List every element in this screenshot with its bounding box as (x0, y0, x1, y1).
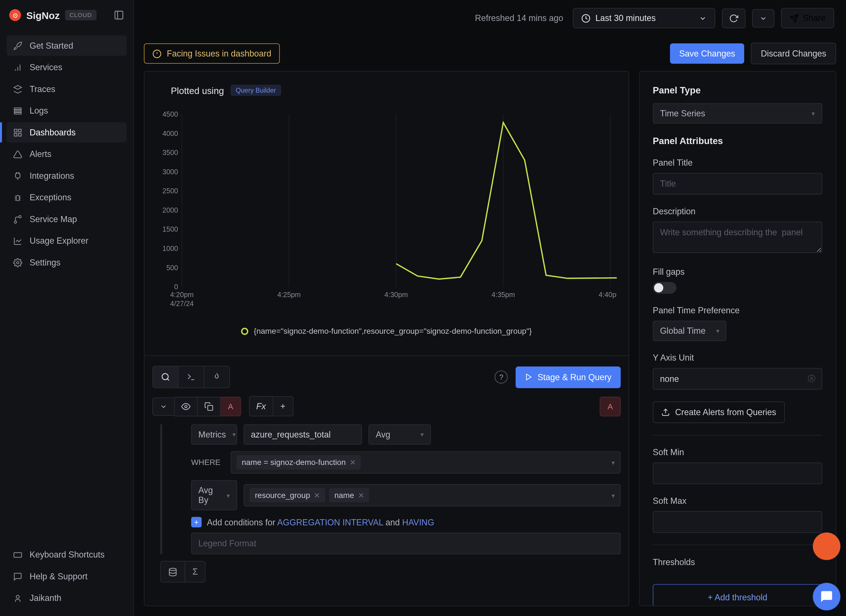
y-axis-unit-input[interactable] (653, 368, 822, 389)
terminal-icon (187, 373, 196, 382)
facing-issues-button[interactable]: Facing Issues in dashboard (144, 43, 280, 64)
create-alerts-button[interactable]: Create Alerts from Queries (653, 402, 785, 423)
sidebar-item-user-profile[interactable]: Jaikanth (6, 588, 127, 608)
sidebar-item-get-started[interactable]: Get Started (6, 35, 127, 56)
logo-icon: ⊙ (9, 9, 21, 21)
sidebar-item-exceptions[interactable]: Exceptions (6, 187, 127, 208)
alert-icon (13, 150, 22, 158)
panel-type-title: Panel Type (653, 85, 822, 95)
group-by-dropdown[interactable]: Avg By ▾ (191, 480, 237, 510)
svg-point-15 (19, 215, 21, 217)
plug-icon (13, 171, 22, 180)
sidebar-item-dashboards[interactable]: Dashboards (6, 122, 127, 143)
svg-rect-10 (19, 129, 21, 132)
sidebar-item-usage-explorer[interactable]: Usage Explorer (6, 230, 127, 251)
soft-max-input[interactable] (653, 511, 822, 532)
tab-promql[interactable] (204, 367, 229, 388)
svg-point-14 (14, 220, 16, 223)
sidebar-item-help-support[interactable]: Help & Support (6, 566, 127, 587)
plus-icon[interactable]: + (191, 517, 202, 528)
share-button[interactable]: Share (781, 8, 834, 28)
nav-label: Integrations (30, 171, 75, 180)
remove-chip-icon[interactable]: ✕ (314, 491, 320, 500)
toggle-visibility-button[interactable] (175, 397, 198, 416)
svg-marker-51 (527, 374, 531, 380)
add-threshold-button[interactable]: + Add threshold (653, 584, 822, 606)
sidebar-item-integrations[interactable]: Integrations (6, 166, 127, 186)
refresh-button[interactable] (722, 8, 746, 28)
svg-text:4:25pm: 4:25pm (277, 290, 301, 298)
query-letter-badge[interactable]: A (221, 397, 241, 416)
sidebar-item-settings[interactable]: Settings (6, 252, 127, 273)
keyboard-icon (13, 550, 22, 559)
sidebar-item-logs[interactable]: Logs (6, 100, 127, 121)
add-cond-prefix: Add conditions for (207, 518, 277, 527)
nav-label: Logs (30, 106, 48, 116)
panel-type-select[interactable]: Time Series ▾ (653, 103, 822, 124)
sidebar-item-services[interactable]: Services (6, 57, 127, 78)
nav-label: Exceptions (30, 192, 71, 202)
save-changes-button[interactable]: Save Changes (670, 43, 745, 64)
route-icon (13, 214, 22, 224)
floating-action-button[interactable] (813, 532, 840, 560)
svg-text:1500: 1500 (163, 225, 178, 233)
add-formula-button[interactable]: Σ (185, 562, 205, 582)
tab-query-builder[interactable] (153, 367, 179, 388)
where-chip: name = signoz-demo-function ✕ (236, 455, 361, 470)
sidebar-item-service-map[interactable]: Service Map (6, 209, 127, 229)
sidebar-item-keyboard-shortcuts[interactable]: Keyboard Shortcuts (6, 544, 127, 565)
stage-run-button[interactable]: Stage & Run Query (516, 367, 621, 388)
clear-icon[interactable]: ⓧ (808, 373, 816, 384)
svg-text:3000: 3000 (163, 168, 178, 176)
grid-icon (13, 128, 22, 137)
tab-clickhouse[interactable] (179, 367, 204, 388)
legend-marker-icon (241, 328, 248, 335)
chevron-down-icon (160, 403, 167, 411)
legend-format-input[interactable] (191, 533, 621, 554)
svg-rect-13 (16, 195, 19, 200)
time-range-label: Last 30 minutes (595, 13, 655, 23)
where-conditions-input[interactable]: name = signoz-demo-function ✕ ▾ (231, 452, 621, 474)
metrics-type-dropdown[interactable]: Metrics ▾ (191, 424, 237, 445)
refresh-options-button[interactable] (752, 9, 775, 28)
add-function-button[interactable]: + (273, 396, 293, 417)
group-by-input[interactable]: resource_group ✕ name ✕ ▾ (244, 484, 621, 507)
eye-icon (181, 402, 191, 411)
time-preference-select[interactable]: Global Time ▾ (653, 321, 727, 341)
metric-name-input[interactable]: azure_requests_total (244, 424, 362, 445)
description-textarea[interactable] (653, 221, 822, 253)
time-preference-label: Panel Time Preference (653, 305, 822, 315)
aggregation-interval-link[interactable]: AGGREGATION INTERVAL (277, 518, 383, 527)
collapse-query-button[interactable] (153, 397, 175, 416)
remove-chip-icon[interactable]: ✕ (358, 491, 364, 500)
nav-label: Usage Explorer (30, 236, 88, 246)
sidebar-item-traces[interactable]: Traces (6, 79, 127, 99)
having-link[interactable]: HAVING (402, 518, 434, 527)
layers-icon (13, 85, 22, 94)
chat-widget-button[interactable] (813, 583, 840, 610)
copy-query-button[interactable] (198, 397, 221, 416)
svg-marker-5 (14, 85, 22, 89)
time-range-picker[interactable]: Last 30 minutes (572, 8, 715, 28)
sidebar-item-alerts[interactable]: Alerts (6, 144, 127, 164)
remove-chip-icon[interactable]: ✕ (350, 458, 355, 467)
svg-text:0: 0 (174, 283, 178, 290)
soft-max-label: Soft Max (653, 496, 822, 506)
chat-icon (820, 590, 833, 603)
function-button[interactable]: Fx (249, 396, 273, 417)
time-pref-value: Global Time (660, 326, 706, 336)
panel-title-input[interactable] (653, 173, 822, 194)
nav-label: Jaikanth (30, 593, 62, 603)
aggregation-dropdown[interactable]: Avg ▾ (369, 424, 431, 445)
svg-text:4:35pm: 4:35pm (492, 290, 515, 298)
soft-min-input[interactable] (653, 462, 822, 484)
discard-changes-button[interactable]: Discard Changes (751, 43, 836, 65)
agg-label: Avg (376, 430, 390, 440)
database-icon (168, 567, 178, 576)
fill-gaps-toggle[interactable] (653, 282, 677, 293)
add-query-button[interactable] (161, 562, 185, 582)
help-button[interactable]: ? (495, 371, 508, 384)
bug-icon (13, 193, 22, 202)
svg-rect-12 (14, 133, 17, 136)
sidebar-collapse-icon[interactable] (113, 10, 124, 21)
